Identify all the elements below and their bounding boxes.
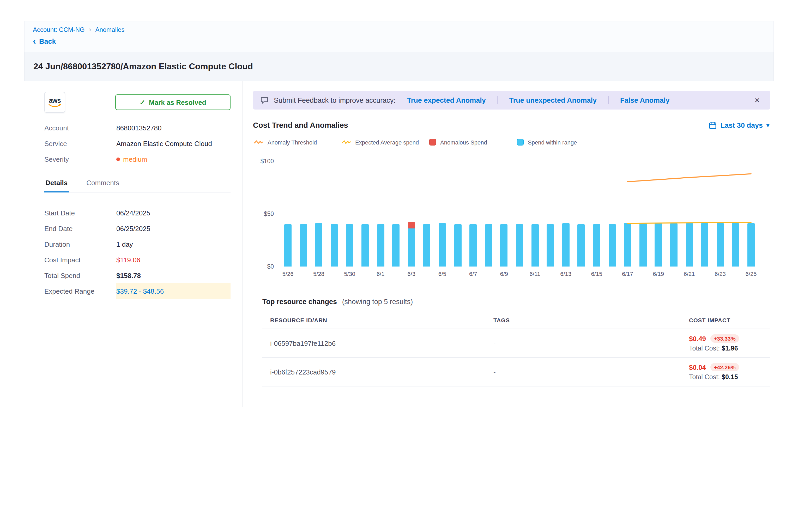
resolve-button-label: Mark as Resolved [149, 98, 206, 106]
chart-bar[interactable] [655, 223, 662, 267]
spend-bar-segment [593, 224, 600, 267]
feedback-divider [497, 96, 498, 104]
chart-bar[interactable] [562, 223, 570, 267]
resource-id: i-0b6f257223cad9579 [262, 368, 486, 376]
x-axis-label: 6/23 [710, 271, 731, 277]
chart-bar[interactable] [516, 224, 523, 267]
account-value: 868001352780 [116, 124, 162, 132]
chart-bar[interactable] [640, 223, 647, 267]
chart-bar[interactable] [361, 224, 369, 267]
spend-bar-segment [562, 223, 570, 267]
service-value: Amazon Elastic Compute Cloud [116, 140, 212, 148]
cost-impact-amount: $0.04 [689, 363, 706, 371]
chevron-down-icon: ▾ [766, 122, 769, 129]
x-axis-label: 6/7 [463, 271, 483, 277]
spend-bar-segment [315, 223, 322, 267]
spend-bar-segment [608, 224, 616, 267]
spend-bar-segment [331, 224, 338, 267]
spend-bar-segment [732, 223, 739, 267]
spend-bar-segment [655, 223, 662, 267]
date-range-picker[interactable]: Last 30 days ▾ [709, 121, 769, 129]
feedback-false-anomaly-link[interactable]: False Anomaly [620, 96, 670, 104]
chart-bar[interactable] [717, 223, 724, 267]
close-icon[interactable]: ✕ [751, 95, 763, 105]
mark-as-resolved-button[interactable]: ✓ Mark as Resolved [115, 94, 230, 110]
column-tags: TAGS [486, 317, 689, 323]
x-axis-label: 6/5 [432, 271, 453, 277]
resource-cost-cell: $0.49 +33.33% Total Cost: $1.96 [689, 334, 771, 352]
change-percent-badge: +33.33% [710, 334, 739, 343]
chart-bar[interactable] [701, 223, 708, 267]
legend-square-icon [429, 139, 436, 146]
chart-bar[interactable] [315, 223, 322, 267]
resources-title-row: Top resource changes (showing top 5 resu… [262, 298, 771, 306]
calendar-icon [709, 121, 717, 129]
spend-bar-segment [640, 223, 647, 267]
legend-spend-within-range: Spend within range [517, 139, 605, 146]
chart-bar[interactable] [531, 224, 538, 267]
feedback-true-unexpected-link[interactable]: True unexpected Anomaly [509, 96, 597, 104]
chart-bar[interactable] [470, 224, 477, 267]
feedback-true-expected-link[interactable]: True expected Anomaly [407, 96, 486, 104]
breadcrumb-anomalies-link[interactable]: Anomalies [95, 26, 125, 33]
chart-bar[interactable] [346, 224, 353, 267]
table-row: i-0b6f257223cad9579 - $0.04 +42.26% Tota… [262, 358, 771, 386]
resources-table: RESOURCE ID/ARN TAGS COST IMPACT i-06597… [262, 314, 771, 386]
chart-bar[interactable] [485, 224, 492, 267]
spend-bar-segment [485, 224, 492, 267]
chart-bar[interactable] [670, 223, 678, 267]
chart-bar[interactable] [454, 224, 461, 267]
spend-bar-segment [500, 224, 508, 267]
chart-bar[interactable] [392, 224, 400, 267]
chart-bar[interactable] [423, 224, 431, 267]
date-range-value: Last 30 days [721, 121, 763, 129]
chart-bar[interactable] [593, 224, 600, 267]
chart-bar[interactable] [608, 224, 616, 267]
chart-bar[interactable] [500, 224, 508, 267]
feedback-divider [608, 96, 609, 104]
chart-bar[interactable] [747, 223, 755, 267]
chart-bar[interactable] [300, 224, 307, 267]
x-axis-label: 6/17 [617, 271, 638, 277]
speech-bubble-icon [260, 96, 269, 104]
chart-bar[interactable] [547, 224, 554, 267]
chart-bar[interactable] [686, 223, 693, 267]
chart-bar[interactable] [624, 223, 631, 267]
chart-bar[interactable] [439, 223, 446, 267]
total-spend-label: Total Spend [44, 268, 116, 283]
chart-bar[interactable] [732, 223, 739, 267]
breadcrumb-account-link[interactable]: Account: CCM-NG [33, 26, 85, 33]
resources-table-header: RESOURCE ID/ARN TAGS COST IMPACT [262, 314, 771, 329]
spend-bar-segment [439, 223, 446, 267]
cost-trend-chart: $0$50$100 5/265/285/306/16/36/56/76/96/1… [253, 161, 771, 284]
resource-id: i-06597ba197fe112b6 [262, 339, 486, 347]
chart-bar[interactable] [377, 224, 384, 267]
spend-bar-segment [578, 224, 585, 267]
legend-label: Anomaly Threshold [268, 139, 317, 145]
account-row: Account 868001352780 [44, 124, 230, 132]
legend-expected-average: Expected Average spend [342, 139, 429, 146]
severity-row: Severity medium [44, 155, 230, 163]
x-axis-label: 6/3 [401, 271, 422, 277]
total-cost-value: $0.15 [722, 374, 738, 381]
chart-bar[interactable] [408, 222, 415, 267]
column-resource-id: RESOURCE ID/ARN [262, 317, 486, 323]
chart-bar[interactable] [578, 224, 585, 267]
chart-bar[interactable] [331, 224, 338, 267]
severity-badge: medium [116, 155, 147, 163]
spend-bar-segment [547, 224, 554, 267]
spend-bar-segment [300, 224, 307, 267]
tab-comments[interactable]: Comments [85, 175, 120, 192]
chart-bar[interactable] [284, 224, 291, 267]
spend-bar-segment [531, 224, 538, 267]
x-axis-label: 6/25 [741, 271, 761, 277]
end-date-label: End Date [44, 221, 116, 236]
main-content: aws ✓ Mark as Resolved Account 86 [24, 81, 774, 407]
tab-details[interactable]: Details [44, 175, 69, 192]
spend-bar-segment [624, 223, 631, 267]
change-percent-badge: +42.26% [710, 363, 739, 372]
expected-range-value: $39.72 - $48.56 [116, 287, 164, 295]
x-axis-label: 6/21 [679, 271, 700, 277]
back-button[interactable]: ‹ Back [33, 37, 56, 45]
check-icon: ✓ [139, 98, 145, 106]
